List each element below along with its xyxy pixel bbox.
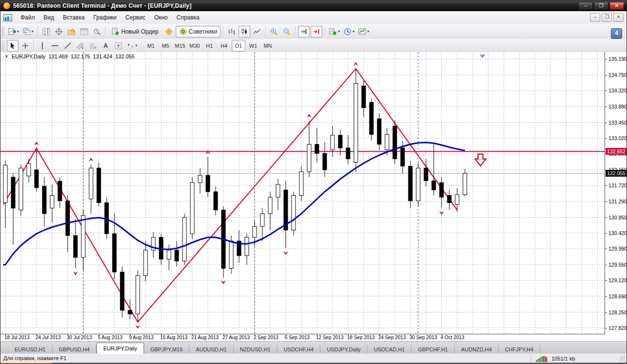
timeframe-button-mn[interactable]: MN (261, 40, 275, 52)
mdi-minimize-button[interactable]: – (590, 13, 600, 22)
alert-button[interactable]: ! (163, 26, 175, 37)
chart-tab-chfjpy-h4[interactable]: CHFJPY,H4 (498, 345, 540, 354)
date-axis[interactable]: 18 Jul 201324 Jul 201330 Jul 20135 Aug 2… (0, 334, 605, 341)
timeframe-button-d1[interactable]: D1 (232, 40, 245, 52)
price-tick-label: 129.550 (609, 262, 627, 268)
candlestick-mode-button[interactable] (239, 26, 250, 37)
standard-toolbar: ▾ ▾ Новый Ордер ! Со (0, 24, 627, 39)
chart-low-value: 131.424 (93, 54, 112, 59)
bull-candle (190, 182, 194, 234)
chart-collapse-icon[interactable]: ▼ (4, 54, 9, 59)
menu-item-справка[interactable]: Справка (172, 12, 204, 23)
menu-item-сервис[interactable]: Сервис (121, 12, 150, 23)
new-chart-button[interactable]: ▾ (7, 26, 20, 37)
price-tick-mark (605, 312, 607, 313)
close-button[interactable]: ✕ (609, 2, 624, 10)
chart-open-value: 131.469 (48, 54, 68, 59)
chart-tab-usdjpy-daily[interactable]: USDJPY,Daily (320, 345, 368, 354)
crosshair-window-button[interactable] (53, 26, 65, 37)
chart-tab-usdcad-h1[interactable]: USDCAD,H1 (368, 345, 412, 354)
chart-tab-eurjpy-daily[interactable]: EURJPY,Daily (96, 343, 144, 354)
bull-candle (292, 196, 295, 230)
arrows-tool-button[interactable]: ▾ (125, 40, 139, 52)
chart-tab-audusd-h1[interactable]: AUDUSD,H1 (189, 345, 234, 354)
minimize-button[interactable]: – (578, 2, 593, 10)
timeframe-button-m5[interactable]: M5 (159, 40, 172, 52)
fractal-down-icon (135, 325, 140, 329)
timeframe-button-m15[interactable]: M15 (173, 40, 187, 52)
horizontal-line-tool-button[interactable] (49, 40, 61, 52)
menu-item-вставка[interactable]: Вставка (58, 12, 89, 23)
toolbar-grip[interactable] (2, 27, 4, 36)
bull-candle (198, 175, 202, 182)
expert-advisors-button[interactable]: Советники (176, 26, 221, 37)
text-label-tool-button[interactable]: T (112, 40, 124, 52)
bear-candle (447, 196, 451, 203)
menu-item-вид[interactable]: Вид (39, 12, 59, 23)
chart-tab-gbpjpy-m15[interactable]: GBPJPY,M15 (144, 345, 189, 354)
mdi-restore-button[interactable]: ❐ (602, 13, 612, 22)
chart-symbol: EURJPY,Daily (12, 54, 46, 59)
date-tick-label: 18 Sep 2013 (347, 335, 375, 340)
zoom-in-button[interactable] (268, 26, 280, 37)
timeframe-button-m1[interactable]: M1 (144, 40, 158, 52)
candlestick-chart[interactable] (0, 52, 605, 334)
periods-button[interactable]: ▾ (342, 26, 356, 37)
sell-arrow-object (475, 154, 486, 166)
indicators-button[interactable]: ▾ (328, 26, 341, 37)
menu-item-окно[interactable]: Окно (150, 12, 172, 23)
new-order-button[interactable]: Новый Ордер (108, 26, 162, 37)
price-tick-mark (605, 280, 607, 281)
timeframe-button-h1[interactable]: H1 (203, 40, 216, 52)
chart-shift-button[interactable] (311, 26, 322, 37)
mdi-close-button[interactable]: ✕ (613, 13, 624, 22)
price-tick-label: 129.990 (609, 246, 627, 252)
line-chart-mode-button[interactable] (251, 26, 263, 37)
text-tool-button[interactable]: A (100, 40, 111, 52)
toolbar-separator (105, 26, 106, 37)
cursor-tool-button[interactable] (7, 40, 18, 52)
date-tick-label: 27 Aug 2013 (222, 335, 250, 340)
timeframe-button-h4[interactable]: H4 (217, 40, 231, 52)
toolbar-grip[interactable] (2, 41, 4, 51)
market-watch-button[interactable] (40, 26, 52, 37)
candlestick-icon (240, 28, 248, 36)
price-tick-label: 135.190 (609, 56, 627, 62)
profiles-button[interactable]: ▾ (21, 26, 35, 37)
bar-chart-mode-button[interactable] (226, 26, 238, 37)
chart-tab-gbpchf-h1[interactable]: GBPCHF,H1 (411, 345, 455, 354)
chart-tab-nzdusd-h1[interactable]: NZDUSD,H1 (234, 345, 277, 354)
channel-tool-button[interactable]: E (74, 40, 86, 52)
chart-tab-usdchf-h4[interactable]: USDCHF,H4 (277, 345, 321, 354)
price-tick-label: 130.420 (609, 230, 627, 236)
community-badge[interactable]: 4 (611, 28, 622, 39)
line-chart-icon (253, 28, 261, 36)
chart-tab-gbpusd-h4[interactable]: GBPUSD,H4 (53, 345, 97, 354)
navigator-button[interactable] (66, 26, 77, 37)
fibonacci-tool-button[interactable]: F (87, 40, 99, 52)
auto-scroll-button[interactable] (298, 26, 310, 37)
timeframe-button-m30[interactable]: M30 (188, 40, 202, 52)
trendline-tool-button[interactable] (62, 40, 74, 52)
maximize-button[interactable]: ❐ (594, 2, 609, 10)
zoom-out-button[interactable] (281, 26, 293, 37)
chart-tab-eurusd-h1[interactable]: EURUSD,H1 (8, 345, 53, 354)
bear-candle (112, 234, 116, 272)
title-bar[interactable]: 565018: Panteon Client Terminal - Демо С… (0, 0, 627, 11)
menu-item-файл[interactable]: Файл (16, 12, 39, 23)
templates-button[interactable]: ▾ (357, 26, 370, 37)
crosshair-tool-button[interactable] (19, 40, 31, 52)
terminal-panel-button[interactable] (78, 26, 90, 37)
timeframe-button-w1[interactable]: W1 (246, 40, 260, 52)
price-axis[interactable]: 135.190134.750134.320133.890133.450133.0… (605, 52, 627, 341)
bull-candle (268, 197, 272, 214)
date-tick-label: 15 Aug 2013 (160, 335, 187, 340)
resize-grip[interactable] (620, 356, 626, 363)
chart-plot-area[interactable]: ▼ EURJPY,Daily 131.469 132.175 131.424 1… (0, 52, 605, 334)
vertical-line-tool-button[interactable] (37, 40, 48, 52)
menu-item-графики[interactable]: Графики (89, 12, 121, 23)
bear-candle (440, 182, 443, 197)
chart-tab-audnzd-h4[interactable]: AUDNZD,H4 (455, 345, 498, 354)
bull-candle (144, 250, 148, 276)
strategy-tester-button[interactable] (91, 26, 103, 37)
